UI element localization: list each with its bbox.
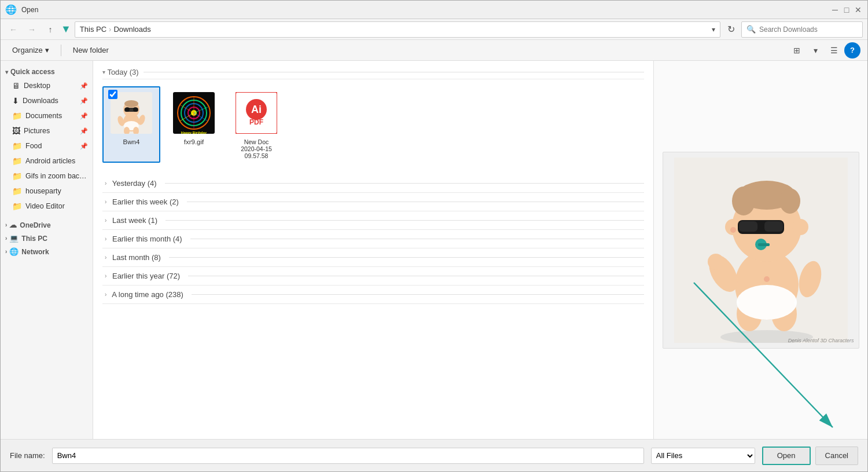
files-grid-today: Bwn4	[102, 82, 644, 172]
section-yesterday-header[interactable]: › Yesterday (4)	[102, 174, 644, 193]
toolbar: Organize ▾ New folder ⊞ ▾ ☰ ?	[1, 40, 867, 61]
last-week-chevron-icon: ›	[105, 217, 106, 224]
onedrive-chevron-icon: ›	[5, 222, 7, 228]
desktop-icon: 🖥	[12, 81, 20, 90]
view-large-icons-button[interactable]: ⊞	[789, 42, 805, 58]
this-pc-label: This PC	[21, 235, 47, 243]
open-button[interactable]: Open	[762, 447, 811, 465]
sidebar-item-downloads[interactable]: ⬇ Downloads 📌	[1, 93, 93, 108]
section-earlier-this-month-header[interactable]: › Earlier this month (4)	[102, 230, 644, 248]
this-pc-computer-icon: 💻	[9, 234, 19, 243]
sidebar-section-network[interactable]: › 🌐 Network	[1, 245, 93, 258]
sidebar-item-pictures[interactable]: 🖼 Pictures 📌	[1, 123, 93, 138]
refresh-button[interactable]: ↻	[723, 21, 739, 38]
file-area: ▾ Today (3)	[93, 61, 653, 439]
quick-access-chevron-icon: ▾	[5, 69, 8, 75]
long-time-ago-chevron-icon: ›	[105, 291, 106, 298]
minimize-button[interactable]: ─	[830, 5, 840, 14]
title-bar-left: 🌐 Open	[5, 4, 38, 15]
preview-watermark: Denis Alentof 3D Characters	[788, 338, 854, 343]
sidebar-item-houseparty[interactable]: 📁 houseparty	[1, 184, 93, 199]
file-name-fxr9: fxr9.gif	[184, 138, 204, 145]
earlier-this-week-section-label: Earlier this week (2)	[110, 197, 178, 206]
section-last-week-header[interactable]: › Last week (1)	[102, 211, 644, 230]
sidebar-item-label: Video Editor	[25, 202, 88, 210]
breadcrumb-bar[interactable]: This PC › Downloads ▾	[75, 21, 720, 38]
breadcrumb-this-pc[interactable]: This PC	[80, 25, 106, 34]
file-type-select[interactable]: All Files	[651, 448, 755, 464]
svg-rect-48	[764, 221, 783, 232]
sidebar-item-label: Desktop	[24, 82, 76, 90]
file-item-fxr9[interactable]: Happy Birthday fxr9.gif	[165, 86, 223, 163]
svg-point-51	[730, 227, 736, 233]
svg-text:Ai: Ai	[251, 104, 262, 115]
documents-folder-icon: 📁	[12, 111, 22, 120]
sidebar-item-documents[interactable]: 📁 Documents 📌	[1, 108, 93, 123]
new-folder-button[interactable]: New folder	[68, 43, 113, 58]
back-button[interactable]: ←	[5, 21, 21, 38]
title-bar-controls: ─ □ ✕	[830, 5, 863, 14]
earlier-this-month-chevron-icon: ›	[105, 236, 106, 242]
sidebar-item-video-editor[interactable]: 📁 Video Editor	[1, 199, 93, 214]
cancel-button[interactable]: Cancel	[815, 447, 858, 465]
breadcrumb-dropdown-button[interactable]: ▾	[712, 25, 715, 34]
close-button[interactable]: ✕	[854, 5, 863, 14]
file-thumbnail-bwn4	[108, 90, 155, 136]
file-item-new-doc[interactable]: Ai PDF New Doc 2020-04-15 09.57.58	[227, 86, 285, 163]
sidebar-item-desktop[interactable]: 🖥 Desktop 📌	[1, 78, 93, 93]
view-dropdown-button[interactable]: ▾	[807, 42, 823, 58]
breadcrumb-sep-1: ›	[109, 25, 111, 34]
section-today: ▾ Today (3)	[102, 65, 644, 172]
last-month-section-label: Last month (8)	[110, 253, 160, 262]
section-earlier-this-year-header[interactable]: › Earlier this year (72)	[102, 267, 644, 286]
yesterday-section-label: Yesterday (4)	[110, 179, 156, 188]
up-button[interactable]: ↑	[42, 21, 58, 38]
help-button[interactable]: ?	[844, 42, 860, 58]
food-folder-icon: 📁	[12, 141, 22, 151]
android-articles-folder-icon: 📁	[12, 156, 22, 166]
downloads-pin-icon: 📌	[80, 97, 88, 105]
gifs-zoom-folder-icon: 📁	[12, 171, 22, 181]
file-name-label: File name:	[10, 451, 45, 460]
earlier-this-year-chevron-icon: ›	[105, 273, 106, 279]
bottom-bar: File name: All Files Open Cancel	[1, 439, 867, 471]
sidebar-item-label: Downloads	[23, 97, 76, 105]
section-long-time-ago-header[interactable]: › A long time ago (238)	[102, 286, 644, 304]
title-bar-title: Open	[21, 6, 38, 14]
earlier-this-week-section-line	[187, 202, 644, 202]
last-month-section-line	[169, 257, 644, 258]
sidebar-item-label: Android articles	[25, 157, 88, 165]
maximize-button[interactable]: □	[842, 5, 851, 14]
documents-pin-icon: 📌	[80, 112, 88, 120]
sidebar-section-onedrive[interactable]: › ☁ OneDrive	[1, 218, 93, 232]
today-section-label: Today (3)	[105, 68, 139, 76]
sidebar-item-android-articles[interactable]: 📁 Android articles	[1, 153, 93, 169]
search-input[interactable]	[759, 25, 858, 34]
sidebar-section-quick-access[interactable]: ▾ Quick access	[1, 65, 93, 78]
downloads-folder-icon: ⬇	[12, 96, 19, 105]
forward-button[interactable]: →	[24, 21, 40, 38]
onedrive-cloud-icon: ☁	[9, 221, 17, 229]
sidebar-item-food[interactable]: 📁 Food 📌	[1, 138, 93, 153]
nav-arrow-icon: ▼	[61, 23, 71, 35]
organize-chevron-icon: ▾	[45, 46, 49, 54]
chrome-icon: 🌐	[5, 4, 17, 15]
file-thumbnail-new-doc: Ai PDF	[233, 90, 279, 136]
section-last-month-header[interactable]: › Last month (8)	[102, 248, 644, 267]
breadcrumb-downloads[interactable]: Downloads	[113, 25, 150, 34]
section-earlier-this-week-header[interactable]: › Earlier this week (2)	[102, 193, 644, 211]
sidebar-section-this-pc[interactable]: › 💻 This PC	[1, 232, 93, 245]
last-week-section-line	[165, 220, 644, 221]
file-name-new-doc: New Doc 2020-04-15 09.57.58	[241, 138, 272, 159]
organize-button[interactable]: Organize ▾	[8, 43, 54, 58]
svg-point-6	[125, 107, 130, 112]
view-details-button[interactable]: ☰	[826, 42, 842, 58]
long-time-ago-section-label: A long time ago (238)	[110, 290, 183, 299]
section-today-header[interactable]: ▾ Today (3)	[102, 65, 644, 79]
file-name-input[interactable]	[52, 448, 644, 464]
yesterday-section-line	[165, 183, 644, 184]
sidebar-item-gifs-zoom[interactable]: 📁 Gifs in zoom backg…	[1, 169, 93, 184]
file-checkbox-bwn4[interactable]	[108, 90, 117, 99]
sidebar-item-label: Pictures	[24, 127, 76, 135]
file-item-bwn4[interactable]: Bwn4	[102, 86, 160, 163]
